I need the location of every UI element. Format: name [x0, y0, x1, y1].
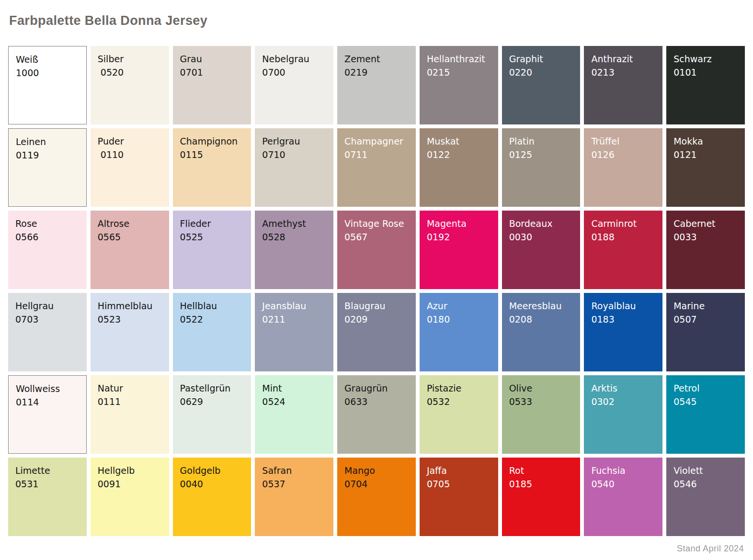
swatch-name: Mint — [262, 381, 326, 395]
color-swatch-0114: Wollweiss0114 — [8, 375, 87, 454]
swatch-code: 0213 — [591, 66, 655, 79]
swatch-code: 0114 — [16, 395, 79, 409]
swatch-code: 0302 — [591, 395, 655, 408]
swatch-code: 0545 — [673, 395, 738, 408]
color-swatch-0185: Rot0185 — [502, 458, 581, 536]
swatch-name: Anthrazit — [591, 52, 655, 66]
swatch-name: Royalblau — [591, 299, 655, 313]
swatch-code: 0566 — [15, 230, 80, 244]
color-swatch-0633: Graugrün0633 — [337, 375, 416, 454]
revision-date: Stand April 2024 — [677, 544, 744, 554]
swatch-code: 0183 — [591, 313, 655, 326]
swatch-name: Graugrün — [344, 381, 409, 395]
color-swatch-0219: Zement0219 — [337, 46, 416, 124]
swatch-name: Magenta — [427, 217, 491, 230]
color-swatch-0110: Puder 0110 — [91, 128, 169, 207]
color-swatch-0111: Natur0111 — [91, 375, 169, 454]
color-swatch-0091: Hellgelb0091 — [91, 458, 169, 536]
swatch-name: Goldgelb — [180, 464, 244, 477]
color-swatch-0220: Graphit0220 — [502, 46, 581, 124]
swatch-code: 0185 — [509, 477, 573, 491]
swatch-code: 0040 — [180, 477, 244, 491]
swatch-code: 0540 — [591, 477, 655, 491]
swatch-code: 0192 — [427, 230, 491, 244]
swatch-name: Violett — [673, 464, 738, 477]
color-swatch-0629: Pastellgrün0629 — [173, 375, 251, 454]
color-swatch-0122: Muskat0122 — [420, 128, 498, 207]
color-swatch-0545: Petrol0545 — [666, 375, 745, 454]
swatch-name: Petrol — [673, 381, 738, 395]
swatch-name: Azur — [427, 299, 491, 313]
swatch-name: Pistazie — [427, 381, 491, 395]
swatch-code: 0700 — [262, 66, 326, 79]
swatch-name: Platin — [509, 134, 573, 148]
swatch-code: 0121 — [673, 148, 738, 161]
swatch-code: 0126 — [591, 148, 655, 161]
swatch-code: 0633 — [344, 395, 409, 408]
swatch-name: Trüffel — [591, 134, 655, 148]
swatch-code: 0705 — [427, 477, 491, 491]
swatch-code: 0188 — [591, 230, 655, 244]
swatch-name: Champagner — [344, 134, 409, 148]
swatch-name: Cabernet — [673, 217, 738, 230]
swatch-code: 0704 — [344, 477, 409, 491]
swatch-code: 0546 — [673, 477, 738, 491]
color-swatch-0700: Nebelgrau0700 — [255, 46, 333, 124]
swatch-name: Blaugrau — [344, 299, 409, 313]
color-swatch-0524: Mint0524 — [255, 375, 333, 454]
color-swatch-0126: Trüffel0126 — [584, 128, 662, 207]
swatch-name: Leinen — [16, 135, 79, 148]
color-swatch-0033: Cabernet0033 — [666, 211, 745, 289]
color-swatch-0192: Magenta0192 — [420, 211, 498, 289]
color-swatch-0115: Champignon0115 — [173, 128, 251, 207]
swatch-code: 0507 — [673, 313, 738, 326]
swatch-code: 0030 — [509, 230, 573, 244]
swatch-name: Hellanthrazit — [427, 52, 491, 66]
color-swatch-0030: Bordeaux0030 — [502, 211, 581, 289]
swatch-name: Puder — [98, 134, 162, 148]
swatch-name: Muskat — [427, 134, 491, 148]
swatch-name: Pastellgrün — [180, 381, 244, 395]
color-swatch-0710: Perlgrau0710 — [255, 128, 333, 207]
swatch-code: 0220 — [509, 66, 573, 79]
color-swatch-0711: Champagner0711 — [337, 128, 416, 207]
color-swatch-0566: Rose0566 — [8, 211, 87, 289]
swatch-name: Graphit — [509, 52, 573, 66]
swatch-name: Silber — [98, 52, 162, 66]
swatch-name: Vintage Rose — [344, 217, 409, 230]
color-swatch-0528: Amethyst0528 — [255, 211, 333, 289]
color-swatch-0546: Violett0546 — [666, 458, 745, 536]
color-swatch-0525: Flieder0525 — [173, 211, 251, 289]
swatch-name: Safran — [262, 464, 326, 477]
color-swatch-0188: Carminrot0188 — [584, 211, 662, 289]
swatch-code: 0531 — [15, 477, 80, 491]
swatch-code: 0208 — [509, 313, 573, 326]
swatch-code: 0532 — [427, 395, 491, 408]
color-swatch-0522: Hellblau0522 — [173, 293, 251, 371]
swatch-name: Carminrot — [591, 217, 655, 230]
color-swatch-0119: Leinen0119 — [8, 128, 87, 207]
color-swatch-0531: Limette0531 — [8, 458, 87, 536]
color-swatch-0101: Schwarz0101 — [666, 46, 745, 124]
color-swatch-0209: Blaugrau0209 — [337, 293, 416, 371]
swatch-name: Wollweiss — [16, 382, 79, 395]
swatch-name: Jaffa — [427, 464, 491, 477]
swatch-code: 0524 — [262, 395, 326, 408]
swatch-code: 0091 — [98, 477, 162, 491]
swatch-name: Flieder — [180, 217, 244, 230]
color-swatch-0125: Platin0125 — [502, 128, 581, 207]
swatch-name: Jeansblau — [262, 299, 326, 313]
swatch-name: Schwarz — [673, 52, 738, 66]
swatch-code: 0115 — [180, 148, 244, 161]
color-palette-sheet: Farbpalette Bella Donna Jersey Weiß1000S… — [0, 0, 753, 560]
swatch-name: Zement — [344, 52, 409, 66]
swatch-name: Champignon — [180, 134, 244, 148]
swatch-name: Natur — [98, 381, 162, 395]
swatch-name: Nebelgrau — [262, 52, 326, 66]
color-swatch-0705: Jaffa0705 — [420, 458, 498, 536]
swatch-code: 0111 — [98, 395, 162, 408]
swatch-name: Fuchsia — [591, 464, 655, 477]
swatch-name: Bordeaux — [509, 217, 573, 230]
color-swatch-0565: Altrose0565 — [91, 211, 169, 289]
swatch-code: 0033 — [673, 230, 738, 244]
